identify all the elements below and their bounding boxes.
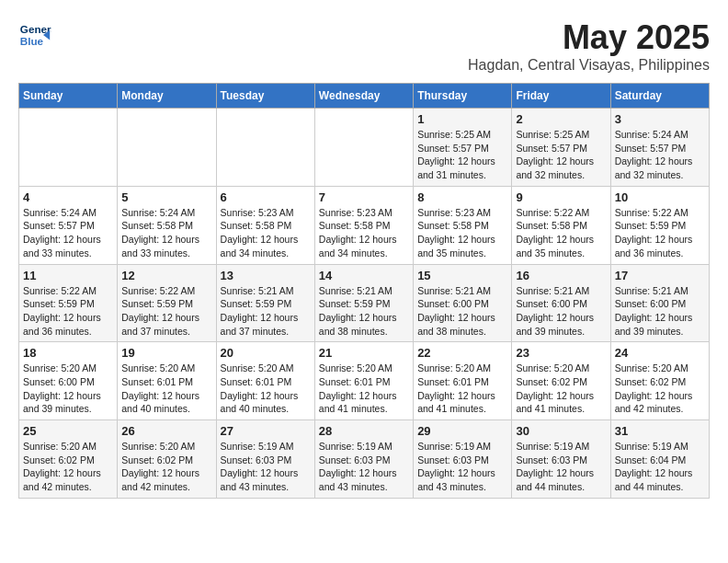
weekday-header-tuesday: Tuesday [216, 84, 314, 109]
calendar-day-cell: 26Sunrise: 5:20 AM Sunset: 6:02 PM Dayli… [118, 420, 216, 499]
calendar-day-cell: 16Sunrise: 5:21 AM Sunset: 6:00 PM Dayli… [512, 264, 610, 342]
day-content: Sunrise: 5:20 AM Sunset: 6:02 PM Dayligh… [121, 440, 211, 494]
day-number: 21 [319, 346, 409, 360]
calendar-day-cell: 21Sunrise: 5:20 AM Sunset: 6:01 PM Dayli… [314, 342, 413, 420]
calendar-day-cell: 10Sunrise: 5:22 AM Sunset: 5:59 PM Dayli… [610, 186, 709, 264]
calendar-day-cell: 7Sunrise: 5:23 AM Sunset: 5:58 PM Daylig… [314, 186, 413, 264]
day-number: 3 [615, 112, 705, 126]
weekday-header-friday: Friday [512, 84, 610, 109]
calendar-day-cell: 6Sunrise: 5:23 AM Sunset: 5:58 PM Daylig… [216, 186, 314, 264]
day-number: 15 [417, 269, 507, 282]
calendar-day-cell: 11Sunrise: 5:22 AM Sunset: 5:59 PM Dayli… [19, 264, 118, 342]
day-content: Sunrise: 5:25 AM Sunset: 5:57 PM Dayligh… [417, 128, 507, 182]
calendar-day-cell: 20Sunrise: 5:20 AM Sunset: 6:01 PM Dayli… [216, 342, 314, 420]
calendar-day-cell: 31Sunrise: 5:19 AM Sunset: 6:04 PM Dayli… [610, 420, 709, 499]
day-content: Sunrise: 5:19 AM Sunset: 6:03 PM Dayligh… [319, 440, 409, 494]
calendar-day-cell: 18Sunrise: 5:20 AM Sunset: 6:00 PM Dayli… [19, 342, 118, 420]
day-content: Sunrise: 5:21 AM Sunset: 6:00 PM Dayligh… [417, 284, 507, 339]
empty-cell [314, 109, 413, 187]
weekday-header-sunday: Sunday [19, 84, 118, 109]
calendar-week-row: 18Sunrise: 5:20 AM Sunset: 6:00 PM Dayli… [19, 342, 710, 420]
logo: General Blue [18, 18, 51, 52]
day-content: Sunrise: 5:22 AM Sunset: 5:59 PM Dayligh… [23, 284, 113, 339]
day-number: 31 [615, 424, 705, 438]
calendar-day-cell: 8Sunrise: 5:23 AM Sunset: 5:58 PM Daylig… [414, 186, 512, 264]
calendar-table: SundayMondayTuesdayWednesdayThursdayFrid… [18, 83, 710, 499]
day-number: 9 [516, 190, 606, 204]
day-number: 18 [23, 346, 113, 360]
day-content: Sunrise: 5:19 AM Sunset: 6:03 PM Dayligh… [516, 440, 606, 494]
calendar-day-cell: 17Sunrise: 5:21 AM Sunset: 6:00 PM Dayli… [610, 264, 709, 342]
day-number: 14 [319, 269, 409, 282]
day-number: 25 [23, 424, 113, 438]
logo-icon: General Blue [18, 18, 51, 52]
day-number: 26 [121, 424, 211, 438]
calendar-day-cell: 9Sunrise: 5:22 AM Sunset: 5:58 PM Daylig… [512, 186, 610, 264]
calendar-day-cell: 30Sunrise: 5:19 AM Sunset: 6:03 PM Dayli… [512, 420, 610, 499]
main-title: May 2025 [468, 18, 710, 57]
day-content: Sunrise: 5:20 AM Sunset: 6:00 PM Dayligh… [23, 362, 113, 416]
day-content: Sunrise: 5:20 AM Sunset: 6:01 PM Dayligh… [417, 362, 507, 416]
calendar-day-cell: 23Sunrise: 5:20 AM Sunset: 6:02 PM Dayli… [512, 342, 610, 420]
calendar-day-cell: 2Sunrise: 5:25 AM Sunset: 5:57 PM Daylig… [512, 109, 610, 187]
day-content: Sunrise: 5:22 AM Sunset: 5:58 PM Dayligh… [516, 206, 606, 260]
day-number: 19 [121, 346, 211, 360]
calendar-day-cell: 13Sunrise: 5:21 AM Sunset: 5:59 PM Dayli… [216, 264, 314, 342]
day-number: 2 [516, 112, 606, 126]
day-number: 23 [516, 346, 606, 360]
day-content: Sunrise: 5:20 AM Sunset: 6:02 PM Dayligh… [516, 362, 606, 416]
day-content: Sunrise: 5:20 AM Sunset: 6:02 PM Dayligh… [615, 362, 705, 416]
calendar-week-row: 1Sunrise: 5:25 AM Sunset: 5:57 PM Daylig… [19, 109, 710, 187]
calendar-week-row: 4Sunrise: 5:24 AM Sunset: 5:57 PM Daylig… [19, 186, 710, 264]
title-area: May 2025 Hagdan, Central Visayas, Philip… [468, 18, 710, 74]
calendar-day-cell: 19Sunrise: 5:20 AM Sunset: 6:01 PM Dayli… [118, 342, 216, 420]
page-header: General Blue May 2025 Hagdan, Central Vi… [18, 18, 710, 74]
weekday-header-monday: Monday [118, 84, 216, 109]
calendar-day-cell: 22Sunrise: 5:20 AM Sunset: 6:01 PM Dayli… [414, 342, 512, 420]
calendar-day-cell: 14Sunrise: 5:21 AM Sunset: 5:59 PM Dayli… [314, 264, 413, 342]
day-content: Sunrise: 5:21 AM Sunset: 5:59 PM Dayligh… [319, 284, 409, 339]
day-number: 11 [23, 269, 113, 282]
day-content: Sunrise: 5:19 AM Sunset: 6:04 PM Dayligh… [615, 440, 705, 494]
calendar-day-cell: 1Sunrise: 5:25 AM Sunset: 5:57 PM Daylig… [414, 109, 512, 187]
day-content: Sunrise: 5:23 AM Sunset: 5:58 PM Dayligh… [417, 206, 507, 260]
day-content: Sunrise: 5:22 AM Sunset: 5:59 PM Dayligh… [615, 206, 705, 260]
day-number: 6 [221, 190, 311, 204]
day-number: 30 [516, 424, 606, 438]
calendar-day-cell: 12Sunrise: 5:22 AM Sunset: 5:59 PM Dayli… [118, 264, 216, 342]
subtitle: Hagdan, Central Visayas, Philippines [468, 57, 710, 74]
weekday-header-thursday: Thursday [414, 84, 512, 109]
day-number: 4 [23, 190, 113, 204]
day-number: 29 [417, 424, 507, 438]
day-number: 10 [615, 190, 705, 204]
day-content: Sunrise: 5:21 AM Sunset: 5:59 PM Dayligh… [221, 284, 311, 339]
day-content: Sunrise: 5:20 AM Sunset: 6:01 PM Dayligh… [319, 362, 409, 416]
day-content: Sunrise: 5:24 AM Sunset: 5:57 PM Dayligh… [615, 128, 705, 182]
day-number: 27 [221, 424, 311, 438]
calendar-day-cell: 29Sunrise: 5:19 AM Sunset: 6:03 PM Dayli… [414, 420, 512, 499]
day-content: Sunrise: 5:21 AM Sunset: 6:00 PM Dayligh… [615, 284, 705, 339]
day-content: Sunrise: 5:19 AM Sunset: 6:03 PM Dayligh… [417, 440, 507, 494]
day-content: Sunrise: 5:24 AM Sunset: 5:58 PM Dayligh… [121, 206, 211, 260]
day-number: 28 [319, 424, 409, 438]
empty-cell [19, 109, 118, 187]
day-number: 1 [417, 112, 507, 126]
day-number: 13 [221, 269, 311, 282]
day-content: Sunrise: 5:20 AM Sunset: 6:02 PM Dayligh… [23, 440, 113, 494]
day-number: 5 [121, 190, 211, 204]
day-number: 7 [319, 190, 409, 204]
calendar-week-row: 25Sunrise: 5:20 AM Sunset: 6:02 PM Dayli… [19, 420, 710, 499]
day-content: Sunrise: 5:21 AM Sunset: 6:00 PM Dayligh… [516, 284, 606, 339]
calendar-day-cell: 24Sunrise: 5:20 AM Sunset: 6:02 PM Dayli… [610, 342, 709, 420]
calendar-day-cell: 25Sunrise: 5:20 AM Sunset: 6:02 PM Dayli… [19, 420, 118, 499]
day-number: 8 [417, 190, 507, 204]
calendar-day-cell: 27Sunrise: 5:19 AM Sunset: 6:03 PM Dayli… [216, 420, 314, 499]
day-number: 22 [417, 346, 507, 360]
day-number: 12 [121, 269, 211, 282]
svg-text:Blue: Blue [20, 35, 44, 47]
day-number: 17 [615, 269, 705, 282]
day-content: Sunrise: 5:23 AM Sunset: 5:58 PM Dayligh… [221, 206, 311, 260]
day-content: Sunrise: 5:22 AM Sunset: 5:59 PM Dayligh… [121, 284, 211, 339]
weekday-header-wednesday: Wednesday [314, 84, 413, 109]
empty-cell [216, 109, 314, 187]
